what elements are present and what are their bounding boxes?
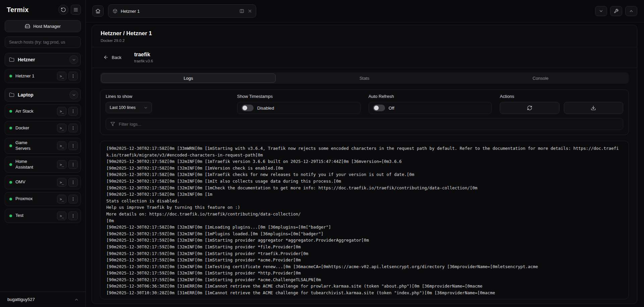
open-terminal-button[interactable]: >_ <box>57 211 66 220</box>
auto-refresh-label: Auto Refresh <box>369 94 492 99</box>
sidebar-header: Termix <box>5 5 81 15</box>
open-terminal-button[interactable]: >_ <box>57 124 66 132</box>
chevron-down-icon <box>599 9 603 13</box>
refresh-logs-button[interactable] <box>500 102 559 114</box>
host-menu-button[interactable] <box>68 107 78 116</box>
host-menu-button[interactable] <box>68 178 78 187</box>
host-item-test[interactable]: Test>_ <box>5 209 81 223</box>
host-menu-button[interactable] <box>68 72 78 80</box>
open-terminal-button[interactable]: >_ <box>57 195 66 203</box>
server-version-label: Docker 29.0.2 <box>101 39 628 43</box>
host-search-input[interactable] <box>5 37 81 48</box>
filter-logs-field <box>106 118 623 130</box>
host-menu-button[interactable] <box>68 160 78 169</box>
chevron-down-icon <box>144 106 148 110</box>
open-terminal-button[interactable]: >_ <box>57 107 66 116</box>
log-controls-card: Lines to show Last 100 lines Show Timest… <box>100 89 629 135</box>
log-line: [90m2025-12-30T02:17:58Z[0m [32mINF[0m [… <box>106 178 623 185</box>
log-output[interactable]: [90m2025-12-30T02:17:58Z[0m [33mWRN[0m [… <box>100 141 629 299</box>
group-header-hetzner[interactable]: Hetzner <box>5 53 81 66</box>
open-terminal-button[interactable]: >_ <box>57 72 66 80</box>
log-line: Stats collection is disabled. <box>106 198 623 204</box>
split-view-icon[interactable] <box>239 9 244 13</box>
host-menu-button[interactable] <box>68 124 78 132</box>
open-terminal-button[interactable]: >_ <box>57 141 66 150</box>
download-logs-button[interactable] <box>564 102 623 114</box>
app-root: Termix Host Manager Hetz <box>0 0 644 307</box>
hamburger-menu-icon <box>73 7 78 12</box>
username-label: bugattiguy527 <box>7 297 35 302</box>
chevron-up-icon <box>629 9 634 13</box>
host-name: Arr Stack <box>15 109 42 114</box>
tab-bar: Hetzner 1 <box>86 0 644 22</box>
kebab-menu-icon <box>71 143 75 148</box>
group-collapse-button[interactable] <box>69 90 78 99</box>
log-line: [90m2025-12-30T02:17:58Z[0m [32mINF[0m [… <box>106 224 623 231</box>
log-line: [90m2025-12-30T02:17:58Z[0m [32mINF[0m [… <box>106 191 623 198</box>
filter-logs-input[interactable] <box>119 122 619 127</box>
container-image: traefik:v3.6 <box>134 59 153 63</box>
toggle-switch-off <box>241 105 254 111</box>
host-item-home-assistant[interactable]: Home Assistant>_ <box>5 157 81 173</box>
host-item-hetzner-1[interactable]: Hetzner 1>_ <box>5 69 81 83</box>
log-line: [90m2025-12-30T02:17:58Z[0m [32mINF[0m [… <box>106 185 623 191</box>
host-menu-button[interactable] <box>68 195 78 203</box>
group-name: Hetzner <box>18 57 66 62</box>
folder-icon <box>9 92 14 98</box>
log-line: [90m2025-12-30T10:30:28Z[0m [31mERR[0m [… <box>106 290 623 296</box>
tab-hetzner-1[interactable]: Hetzner 1 <box>108 4 256 18</box>
log-line: [90m2025-12-30T02:17:59Z[0m [32mINF[0m [… <box>106 250 623 257</box>
status-online-dot <box>9 198 12 200</box>
status-online-dot <box>9 214 12 217</box>
view-tab-logs[interactable]: Logs <box>101 73 276 83</box>
host-name: Home Assistant <box>15 159 42 170</box>
filter-icon <box>110 122 115 126</box>
collapse-panel-button[interactable] <box>595 6 607 16</box>
home-button[interactable] <box>92 5 104 17</box>
open-terminal-button[interactable]: >_ <box>57 160 66 169</box>
kebab-menu-icon <box>71 162 75 167</box>
tools-button[interactable] <box>610 6 622 16</box>
expand-panel-button[interactable] <box>625 6 637 16</box>
kebab-menu-icon <box>71 180 75 185</box>
auto-refresh-toggle[interactable]: Off <box>369 102 492 114</box>
breadcrumb: Hetzner / Hetzner 1 <box>101 30 628 37</box>
topbar-actions <box>595 6 637 16</box>
host-name: Hetzner 1 <box>15 73 42 79</box>
kebab-menu-icon <box>71 197 75 201</box>
timestamps-toggle[interactable]: Disabled <box>237 102 361 114</box>
back-button[interactable]: Back <box>101 53 124 62</box>
log-line: [90m2025-12-30T02:17:58Z[0m [32mINF[0m [… <box>106 158 623 165</box>
kebab-menu-icon <box>71 126 75 130</box>
host-manager-label: Host Manager <box>33 24 61 29</box>
host-item-arr-stack[interactable]: Arr Stack>_ <box>5 104 81 118</box>
user-menu[interactable]: bugattiguy527 <box>0 292 86 307</box>
host-name: OMV <box>15 179 42 185</box>
close-tab-icon[interactable] <box>248 9 252 13</box>
rotate-ccw-icon <box>61 7 66 12</box>
status-online-dot <box>9 181 12 184</box>
status-online-dot <box>9 127 12 129</box>
host-menu-button[interactable] <box>68 141 78 150</box>
status-online-dot <box>9 163 12 166</box>
host-groups: HetznerHetzner 1>_LaptopArr Stack>_Docke… <box>5 53 81 288</box>
reset-button[interactable] <box>58 5 68 15</box>
host-item-game-servers[interactable]: Game Servers>_ <box>5 138 81 154</box>
chevron-up-icon <box>74 297 79 302</box>
open-terminal-button[interactable]: >_ <box>57 178 66 187</box>
lines-select[interactable]: Last 100 lines <box>106 102 152 113</box>
server-header: Hetzner / Hetzner 1 Docker 29.0.2 <box>92 25 637 47</box>
host-group-laptop: LaptopArr Stack>_Docker>_Game Servers>_H… <box>5 88 81 223</box>
host-menu-button[interactable] <box>68 211 78 220</box>
host-manager-button[interactable]: Host Manager <box>5 20 81 32</box>
view-tab-stats[interactable]: Stats <box>277 73 452 83</box>
group-header-laptop[interactable]: Laptop <box>5 88 81 102</box>
view-tab-console[interactable]: Console <box>453 73 628 83</box>
log-line: [90m2025-12-30T02:17:59Z[0m [32mINF[0m [… <box>106 263 623 270</box>
host-item-docker[interactable]: Docker>_ <box>5 121 81 135</box>
host-item-omv[interactable]: OMV>_ <box>5 175 81 189</box>
group-collapse-button[interactable] <box>69 55 78 64</box>
arrow-left-icon <box>103 55 109 60</box>
sidebar-menu-button[interactable] <box>71 5 81 15</box>
host-item-proxmox[interactable]: Proxmox>_ <box>5 192 81 206</box>
